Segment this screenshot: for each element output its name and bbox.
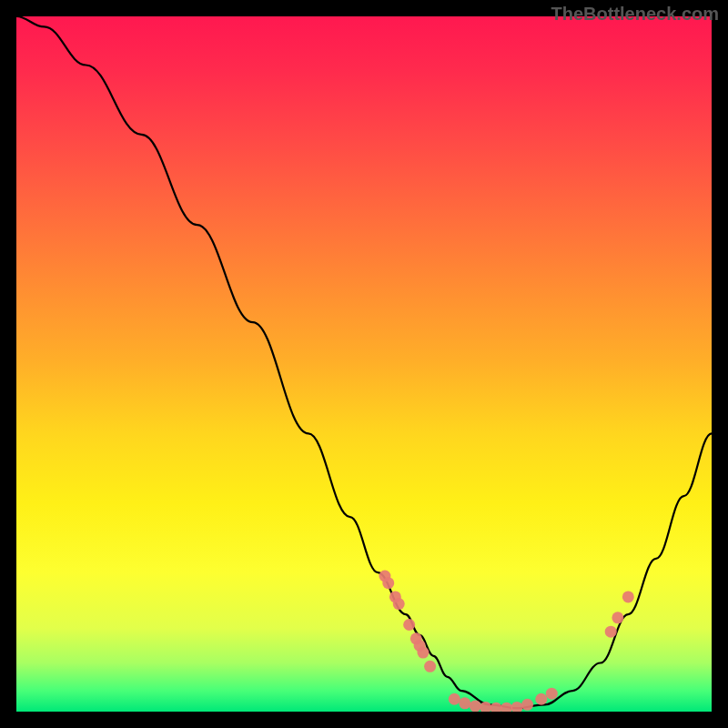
plot-area bbox=[16, 16, 712, 712]
marker-dot bbox=[546, 688, 558, 700]
marker-dot bbox=[500, 703, 512, 712]
marker-dot bbox=[470, 700, 481, 712]
marker-dot bbox=[459, 697, 470, 709]
marker-dot bbox=[521, 699, 533, 711]
marker-dot bbox=[393, 598, 405, 610]
marker-dot bbox=[449, 693, 460, 705]
marker-dot bbox=[612, 612, 623, 623]
marker-dot bbox=[622, 591, 634, 602]
marker-dot bbox=[417, 647, 429, 659]
marker-dot bbox=[382, 577, 394, 589]
marker-dot bbox=[424, 661, 436, 672]
watermark-text: TheBottleneck.com bbox=[551, 4, 719, 25]
chart-curve bbox=[16, 16, 712, 708]
marker-dot bbox=[490, 703, 502, 712]
marker-dot bbox=[535, 693, 547, 705]
marker-dot bbox=[605, 626, 617, 638]
marker-dot bbox=[511, 702, 523, 712]
chart-svg bbox=[16, 16, 712, 712]
chart-markers bbox=[379, 571, 633, 712]
marker-dot bbox=[403, 619, 415, 631]
